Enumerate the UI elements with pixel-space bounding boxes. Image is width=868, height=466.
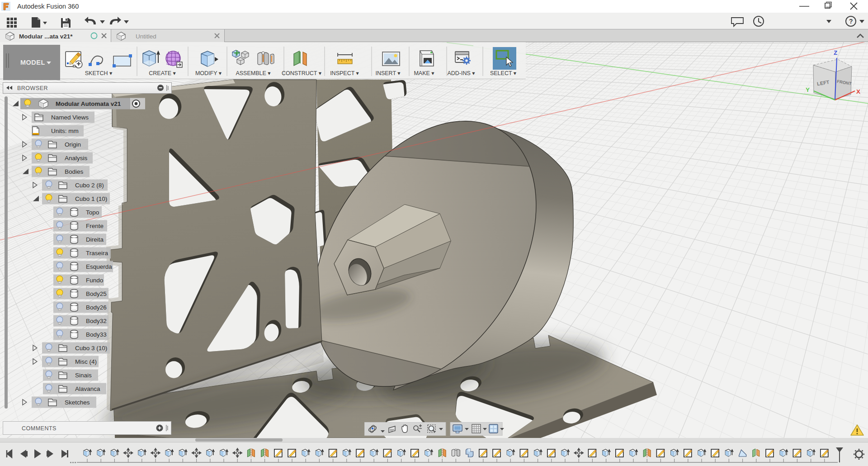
svg-text:Named Views: Named Views bbox=[51, 114, 89, 121]
svg-text:MAKE ▾: MAKE ▾ bbox=[414, 70, 434, 76]
svg-text:Body32: Body32 bbox=[86, 318, 107, 324]
svg-text:?: ? bbox=[849, 18, 853, 25]
svg-text:Untitled: Untitled bbox=[136, 33, 156, 40]
svg-text:Body26: Body26 bbox=[86, 304, 107, 311]
svg-text:Fundo: Fundo bbox=[86, 277, 103, 284]
svg-text:BROWSER: BROWSER bbox=[17, 85, 48, 91]
svg-text:Body33: Body33 bbox=[86, 331, 107, 338]
svg-text:Analysis: Analysis bbox=[65, 155, 88, 162]
svg-text:INSPECT ▾: INSPECT ▾ bbox=[330, 70, 359, 76]
svg-text:Body25: Body25 bbox=[86, 290, 107, 297]
svg-text:Sketches: Sketches bbox=[65, 399, 90, 406]
svg-text:CONSTRUCT ▾: CONSTRUCT ▾ bbox=[282, 70, 322, 76]
svg-text:X: X bbox=[856, 88, 860, 95]
svg-text:Topo: Topo bbox=[86, 209, 99, 216]
svg-text:Cubo 1 (10): Cubo 1 (10) bbox=[75, 195, 107, 202]
svg-text:COMMENTS: COMMENTS bbox=[22, 425, 57, 432]
svg-text:Cubo 2 (8): Cubo 2 (8) bbox=[75, 182, 104, 189]
svg-text:Units: mm: Units: mm bbox=[51, 128, 79, 134]
svg-text:Direita: Direita bbox=[86, 236, 104, 243]
svg-text:Sinais: Sinais bbox=[75, 372, 92, 379]
svg-text:Frente: Frente bbox=[86, 223, 104, 229]
svg-text:Modular Automata v21: Modular Automata v21 bbox=[56, 100, 121, 107]
svg-text:CREATE ▾: CREATE ▾ bbox=[149, 70, 176, 76]
svg-text:Origin: Origin bbox=[65, 141, 81, 148]
svg-text:Autodesk Fusion 360: Autodesk Fusion 360 bbox=[17, 3, 79, 10]
svg-text:Z: Z bbox=[834, 49, 837, 56]
svg-text:SKETCH ▾: SKETCH ▾ bbox=[85, 70, 113, 76]
svg-text:Traseira: Traseira bbox=[86, 250, 108, 257]
svg-text:SELECT ▾: SELECT ▾ bbox=[490, 70, 517, 76]
svg-text:Y: Y bbox=[806, 86, 810, 93]
svg-text:ADD-INS ▾: ADD-INS ▾ bbox=[447, 70, 475, 76]
svg-text:INSERT ▾: INSERT ▾ bbox=[375, 70, 401, 76]
svg-text:Modular ...ata v21*: Modular ...ata v21* bbox=[19, 33, 73, 40]
svg-text:Alavanca: Alavanca bbox=[75, 385, 100, 392]
svg-text:ASSEMBLE ▾: ASSEMBLE ▾ bbox=[236, 70, 271, 76]
svg-text:Misc (4): Misc (4) bbox=[75, 358, 97, 365]
svg-text:MODIFY ▾: MODIFY ▾ bbox=[195, 70, 222, 76]
svg-text:Esquerda: Esquerda bbox=[86, 263, 112, 270]
svg-text:Cubo 3 (10): Cubo 3 (10) bbox=[75, 345, 107, 352]
svg-text:Bodies: Bodies bbox=[65, 168, 84, 175]
